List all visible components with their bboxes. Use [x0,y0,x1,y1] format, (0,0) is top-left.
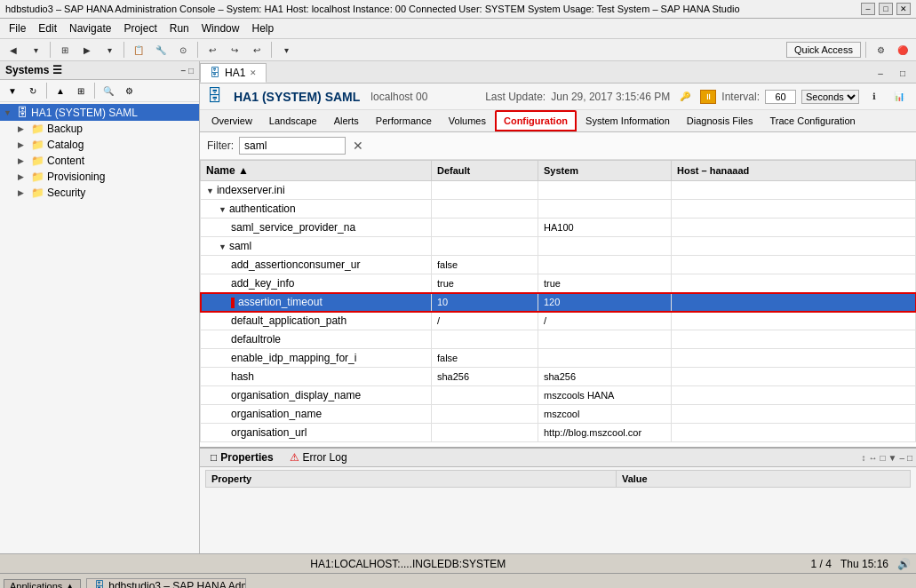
row-host-8[interactable] [672,330,916,349]
row-name-cell-13[interactable]: organisation_url [201,424,432,442]
toolbar-dropdown3[interactable]: ▾ [276,41,296,59]
row-name-cell-3[interactable]: ▼saml [201,237,432,256]
bottom-ctrl-3[interactable]: □ [880,453,885,463]
systems-expand-btn[interactable]: ⊞ [72,83,90,99]
row-name-cell-12[interactable]: organisation_name [201,405,432,424]
nav-tab-volumes[interactable]: Volumes [441,111,494,131]
panel-minimize[interactable]: – [180,66,186,75]
tree-item-catalog[interactable]: ▶ 📁 Catalog [0,137,199,153]
table-row-1[interactable]: ▼authentication [201,200,916,219]
row-system-5[interactable]: true [538,274,672,293]
toolbar-back[interactable]: ◀ [4,41,23,59]
tab-close-btn[interactable]: ✕ [250,68,257,77]
row-default-3[interactable] [432,237,538,256]
row-system-4[interactable] [538,256,672,274]
row-host-10[interactable] [672,368,916,386]
row-host-7[interactable] [672,312,916,330]
col-name-header[interactable]: Name ▲ [201,161,432,181]
table-row-5[interactable]: add_key_infotruetrue [201,274,916,293]
tree-item-provisioning[interactable]: ▶ 📁 Provisioning [0,169,199,185]
row-system-6[interactable]: 120 [538,293,672,312]
row-system-12[interactable]: mszcool [538,405,672,424]
row-default-11[interactable] [432,386,538,405]
nav-tab-landscape[interactable]: Landscape [261,111,325,131]
menu-navigate[interactable]: Navigate [64,20,116,36]
bottom-tab-properties[interactable]: □ Properties [203,449,281,466]
table-row-11[interactable]: organisation_display_namemszcools HANA [201,386,916,405]
close-button[interactable]: ✕ [896,3,911,15]
info-btn1[interactable]: ℹ [864,88,884,106]
row-host-6[interactable] [672,293,916,312]
tree-item-backup[interactable]: ▶ 📁 Backup [0,121,199,137]
nav-tab-alerts[interactable]: Alerts [326,111,367,131]
menu-edit[interactable]: Edit [33,20,62,36]
toolbar-btn6[interactable]: ↩ [203,41,222,59]
bottom-ctrl-1[interactable]: ↕ [861,453,865,463]
row-name-cell-10[interactable]: hash [201,368,432,386]
minimize-button[interactable]: – [861,3,875,15]
nav-tab-configuration[interactable]: Configuration [495,110,577,131]
row-expander-0[interactable]: ▼ [206,187,214,195]
table-row-6[interactable]: assertion_timeout10120 [201,293,916,312]
table-row-8[interactable]: defaultrole [201,330,916,349]
row-host-9[interactable] [672,349,916,368]
systems-add-btn[interactable]: ▼ [4,83,21,99]
table-row-0[interactable]: ▼indexserver.ini [201,181,916,200]
panel-maximize[interactable]: □ [188,66,194,75]
quick-access-button[interactable]: Quick Access [786,42,861,58]
row-name-cell-8[interactable]: defaultrole [201,330,432,349]
taskbar-window-item[interactable]: 🗄 hdbstudio3 – SAP HANA Administr... [86,578,246,589]
row-host-0[interactable] [672,181,916,200]
bottom-ctrl-4[interactable]: ▼ [888,453,896,463]
nav-tab-diagnosis[interactable]: Diagnosis Files [679,111,761,131]
row-host-11[interactable] [672,386,916,405]
menu-file[interactable]: File [4,20,31,36]
col-system-header[interactable]: System [538,161,672,181]
toolbar-btn9[interactable]: ⚙ [871,41,890,59]
systems-collapse-btn[interactable]: ▲ [52,83,69,99]
tab-ha1[interactable]: 🗄 HA1 ✕ [200,63,267,83]
taskbar-applications[interactable]: Applications ▲ [4,579,81,589]
tree-item-security[interactable]: ▶ 📁 Security [0,185,199,201]
row-system-9[interactable] [538,349,672,368]
row-default-8[interactable] [432,330,538,349]
row-default-7[interactable]: / [432,312,538,330]
bottom-ctrl-5[interactable]: – [899,453,904,463]
row-expander-3[interactable]: ▼ [219,242,227,251]
menu-window[interactable]: Window [196,20,245,36]
toolbar-btn5[interactable]: ⊙ [173,41,193,59]
row-host-5[interactable] [672,274,916,293]
row-host-13[interactable] [672,424,916,442]
table-row-10[interactable]: hashsha256sha256 [201,368,916,386]
toolbar-btn3[interactable]: 📋 [129,41,148,59]
toolbar-btn7[interactable]: ↪ [225,41,244,59]
table-row-4[interactable]: add_assertionconsumer_urfalse [201,256,916,274]
interval-input[interactable] [765,90,796,104]
systems-refresh-btn[interactable]: ↻ [24,83,42,99]
toolbar-dropdown1[interactable]: ▾ [26,41,45,59]
menu-project[interactable]: Project [118,20,162,36]
menu-help[interactable]: Help [246,20,279,36]
toolbar-btn10[interactable]: 🔴 [893,41,912,59]
row-name-cell-1[interactable]: ▼authentication [201,200,432,219]
toolbar-btn1[interactable]: ⊞ [55,41,75,59]
nav-tab-overview[interactable]: Overview [203,111,260,131]
row-system-10[interactable]: sha256 [538,368,672,386]
row-host-4[interactable] [672,256,916,274]
refresh-btn[interactable]: 🔑 [675,88,695,106]
menu-run[interactable]: Run [164,20,195,36]
pause-btn[interactable]: ⏸ [700,90,716,104]
col-host-header[interactable]: Host – hanaaad [672,161,916,181]
row-default-13[interactable] [432,424,538,442]
row-default-10[interactable]: sha256 [432,368,538,386]
toolbar-btn2[interactable]: ▶ [77,41,97,59]
tab-bar-btn2[interactable]: □ [893,64,912,82]
row-host-3[interactable] [672,237,916,256]
row-name-cell-0[interactable]: ▼indexserver.ini [201,181,432,200]
row-system-1[interactable] [538,200,672,219]
row-default-4[interactable]: false [432,256,538,274]
row-host-12[interactable] [672,405,916,424]
bottom-ctrl-6[interactable]: □ [907,453,912,463]
row-name-cell-5[interactable]: add_key_info [201,274,432,293]
toolbar-dropdown2[interactable]: ▾ [100,41,119,59]
